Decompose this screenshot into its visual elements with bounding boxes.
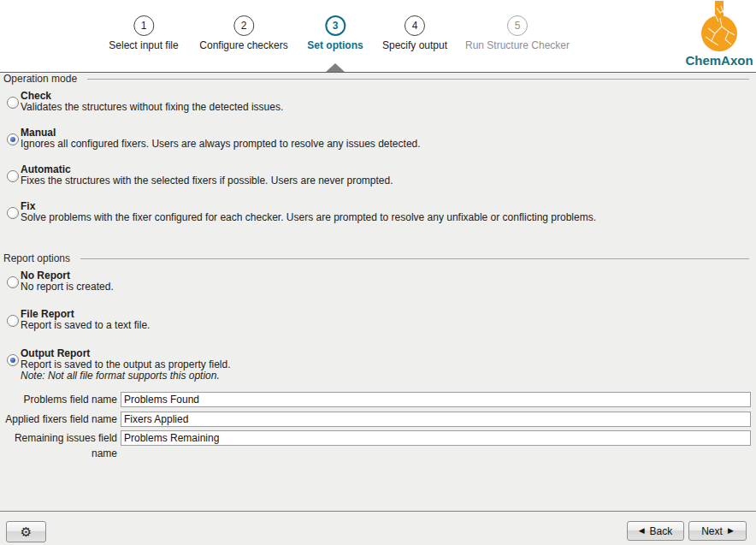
radio-no-report[interactable] — [7, 276, 19, 288]
option-manual-description: Ignores all configured fixers. Users are… — [21, 139, 749, 150]
step-specify-output[interactable]: 4 Specify output — [382, 15, 447, 51]
step-select-input-file[interactable]: 1 Select input file — [109, 15, 178, 51]
gear-icon: ⚙ — [21, 524, 32, 540]
chemaxon-logo-text: ChemAxon — [685, 53, 753, 68]
radio-check[interactable] — [7, 97, 19, 109]
step-1-circle: 1 — [133, 15, 154, 36]
step-1-label: Select input file — [109, 39, 178, 51]
option-file-report-description: Report is saved to a text file. — [21, 320, 749, 331]
option-automatic[interactable]: Automatic Fixes the structures with the … — [7, 164, 749, 187]
settings-button[interactable]: ⚙ — [6, 521, 46, 542]
report-options-title: Report options — [3, 252, 70, 264]
applied-fixers-field-input[interactable] — [121, 412, 751, 427]
remaining-issues-field-label: Remaining issues field name — [0, 430, 117, 461]
step-run-structure-checker: 5 Run Structure Checker — [465, 15, 570, 51]
option-manual[interactable]: Manual Ignores all configured fixers. Us… — [7, 127, 749, 150]
next-button[interactable]: Next ▶ — [688, 521, 747, 541]
problems-field-input[interactable] — [121, 392, 751, 407]
option-output-report[interactable]: Output Report Report is saved to the out… — [7, 348, 749, 382]
active-step-pointer-triangle — [326, 63, 345, 72]
back-button[interactable]: ◀ Back — [627, 521, 684, 541]
problems-field-label: Problems field name — [0, 392, 117, 407]
step-configure-checkers[interactable]: 2 Configure checkers — [199, 15, 287, 51]
option-no-report-title: No Report — [21, 270, 749, 281]
wizard-header: 1 Select input file 2 Configure checkers… — [0, 0, 756, 73]
back-button-label: Back — [650, 525, 673, 537]
step-2-circle: 2 — [233, 15, 254, 36]
applied-fixers-field-label: Applied fixers field name — [0, 412, 117, 427]
radio-fix[interactable] — [7, 207, 19, 219]
chemaxon-logo: ChemAxon — [685, 1, 753, 68]
option-check[interactable]: Check Validates the structures without f… — [7, 91, 749, 113]
back-arrow-icon: ◀ — [639, 527, 645, 535]
radio-manual[interactable] — [7, 133, 19, 145]
report-options-header: Report options — [3, 252, 749, 264]
step-3-circle: 3 — [325, 15, 346, 36]
step-set-options[interactable]: 3 Set options — [307, 15, 363, 51]
option-fix-description: Solve problems with the fixer configured… — [21, 212, 749, 223]
structure-checker-wizard: 1 Select input file 2 Configure checkers… — [0, 0, 756, 545]
applied-fixers-field-row: Applied fixers field name — [0, 412, 756, 427]
radio-file-report[interactable] — [7, 315, 19, 327]
option-no-report-description: No report is created. — [21, 281, 749, 293]
remaining-issues-field-input[interactable] — [121, 430, 751, 446]
option-no-report[interactable]: No Report No report is created. — [7, 270, 749, 293]
flask-icon — [700, 1, 739, 52]
radio-automatic[interactable] — [7, 170, 19, 182]
operation-mode-header: Operation mode — [3, 73, 749, 85]
problems-field-row: Problems field name — [0, 392, 756, 407]
radio-output-report[interactable] — [7, 354, 19, 366]
step-4-label: Specify output — [382, 39, 447, 51]
step-5-circle: 5 — [507, 15, 528, 36]
footer-bar: ⚙ ◀ Back Next ▶ — [0, 511, 756, 545]
report-options-rule — [80, 258, 749, 259]
next-arrow-icon: ▶ — [728, 527, 734, 535]
option-check-description: Validates the structures without fixing … — [21, 102, 749, 113]
operation-mode-rule — [87, 79, 749, 80]
step-5-label: Run Structure Checker — [465, 39, 570, 51]
option-automatic-description: Fixes the structures with the selected f… — [21, 175, 749, 187]
operation-mode-title: Operation mode — [3, 73, 77, 85]
remaining-issues-field-row: Remaining issues field name — [0, 430, 756, 446]
option-file-report[interactable]: File Report Report is saved to a text fi… — [7, 309, 749, 331]
step-4-circle: 4 — [405, 15, 425, 36]
option-fix[interactable]: Fix Solve problems with the fixer config… — [7, 201, 749, 223]
step-3-label: Set options — [307, 39, 363, 51]
option-output-report-note: Note: Not all file format supports this … — [21, 370, 749, 382]
next-button-label: Next — [701, 525, 723, 537]
step-2-label: Configure checkers — [199, 39, 287, 51]
